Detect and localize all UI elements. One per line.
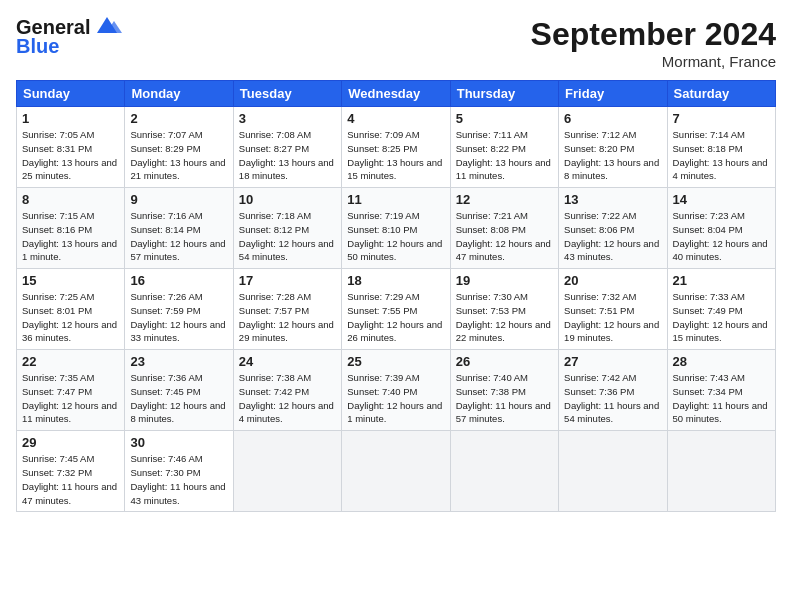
day-number: 13 xyxy=(564,192,661,207)
day-info: Sunrise: 7:22 AMSunset: 8:06 PMDaylight:… xyxy=(564,209,661,264)
day-number: 2 xyxy=(130,111,227,126)
day-info: Sunrise: 7:23 AMSunset: 8:04 PMDaylight:… xyxy=(673,209,770,264)
day-info: Sunrise: 7:35 AMSunset: 7:47 PMDaylight:… xyxy=(22,371,119,426)
calendar-header-row: SundayMondayTuesdayWednesdayThursdayFrid… xyxy=(17,81,776,107)
day-number: 12 xyxy=(456,192,553,207)
day-number: 15 xyxy=(22,273,119,288)
day-info: Sunrise: 7:05 AMSunset: 8:31 PMDaylight:… xyxy=(22,128,119,183)
day-info: Sunrise: 7:25 AMSunset: 8:01 PMDaylight:… xyxy=(22,290,119,345)
calendar-cell: 28Sunrise: 7:43 AMSunset: 7:34 PMDayligh… xyxy=(667,350,775,431)
calendar-cell: 9Sunrise: 7:16 AMSunset: 8:14 PMDaylight… xyxy=(125,188,233,269)
day-number: 7 xyxy=(673,111,770,126)
calendar-table: SundayMondayTuesdayWednesdayThursdayFrid… xyxy=(16,80,776,512)
calendar-cell: 15Sunrise: 7:25 AMSunset: 8:01 PMDayligh… xyxy=(17,269,125,350)
day-info: Sunrise: 7:18 AMSunset: 8:12 PMDaylight:… xyxy=(239,209,336,264)
day-number: 4 xyxy=(347,111,444,126)
calendar-cell: 27Sunrise: 7:42 AMSunset: 7:36 PMDayligh… xyxy=(559,350,667,431)
calendar-header-friday: Friday xyxy=(559,81,667,107)
calendar-cell: 26Sunrise: 7:40 AMSunset: 7:38 PMDayligh… xyxy=(450,350,558,431)
calendar-cell: 17Sunrise: 7:28 AMSunset: 7:57 PMDayligh… xyxy=(233,269,341,350)
day-number: 16 xyxy=(130,273,227,288)
day-number: 17 xyxy=(239,273,336,288)
calendar-cell: 10Sunrise: 7:18 AMSunset: 8:12 PMDayligh… xyxy=(233,188,341,269)
calendar-header-saturday: Saturday xyxy=(667,81,775,107)
day-info: Sunrise: 7:28 AMSunset: 7:57 PMDaylight:… xyxy=(239,290,336,345)
calendar-header-tuesday: Tuesday xyxy=(233,81,341,107)
day-info: Sunrise: 7:11 AMSunset: 8:22 PMDaylight:… xyxy=(456,128,553,183)
day-info: Sunrise: 7:40 AMSunset: 7:38 PMDaylight:… xyxy=(456,371,553,426)
day-number: 10 xyxy=(239,192,336,207)
title-block: September 2024 Mormant, France xyxy=(531,16,776,70)
calendar-cell: 24Sunrise: 7:38 AMSunset: 7:42 PMDayligh… xyxy=(233,350,341,431)
day-info: Sunrise: 7:26 AMSunset: 7:59 PMDaylight:… xyxy=(130,290,227,345)
day-number: 19 xyxy=(456,273,553,288)
day-number: 18 xyxy=(347,273,444,288)
day-info: Sunrise: 7:39 AMSunset: 7:40 PMDaylight:… xyxy=(347,371,444,426)
day-info: Sunrise: 7:32 AMSunset: 7:51 PMDaylight:… xyxy=(564,290,661,345)
calendar-cell: 16Sunrise: 7:26 AMSunset: 7:59 PMDayligh… xyxy=(125,269,233,350)
day-number: 21 xyxy=(673,273,770,288)
day-number: 1 xyxy=(22,111,119,126)
day-number: 14 xyxy=(673,192,770,207)
logo-icon xyxy=(92,15,122,37)
day-info: Sunrise: 7:15 AMSunset: 8:16 PMDaylight:… xyxy=(22,209,119,264)
day-info: Sunrise: 7:16 AMSunset: 8:14 PMDaylight:… xyxy=(130,209,227,264)
month-title: September 2024 xyxy=(531,16,776,53)
day-number: 9 xyxy=(130,192,227,207)
day-number: 8 xyxy=(22,192,119,207)
calendar-cell: 13Sunrise: 7:22 AMSunset: 8:06 PMDayligh… xyxy=(559,188,667,269)
calendar-cell: 18Sunrise: 7:29 AMSunset: 7:55 PMDayligh… xyxy=(342,269,450,350)
day-number: 3 xyxy=(239,111,336,126)
calendar-cell xyxy=(342,431,450,512)
day-info: Sunrise: 7:45 AMSunset: 7:32 PMDaylight:… xyxy=(22,452,119,507)
day-info: Sunrise: 7:07 AMSunset: 8:29 PMDaylight:… xyxy=(130,128,227,183)
day-info: Sunrise: 7:33 AMSunset: 7:49 PMDaylight:… xyxy=(673,290,770,345)
day-number: 26 xyxy=(456,354,553,369)
calendar-header-sunday: Sunday xyxy=(17,81,125,107)
day-info: Sunrise: 7:29 AMSunset: 7:55 PMDaylight:… xyxy=(347,290,444,345)
day-number: 22 xyxy=(22,354,119,369)
page: General Blue September 2024 Mormant, Fra… xyxy=(0,0,792,612)
day-info: Sunrise: 7:09 AMSunset: 8:25 PMDaylight:… xyxy=(347,128,444,183)
calendar-cell: 6Sunrise: 7:12 AMSunset: 8:20 PMDaylight… xyxy=(559,107,667,188)
day-number: 25 xyxy=(347,354,444,369)
calendar-cell: 25Sunrise: 7:39 AMSunset: 7:40 PMDayligh… xyxy=(342,350,450,431)
calendar-cell: 20Sunrise: 7:32 AMSunset: 7:51 PMDayligh… xyxy=(559,269,667,350)
calendar-cell: 22Sunrise: 7:35 AMSunset: 7:47 PMDayligh… xyxy=(17,350,125,431)
calendar-cell: 12Sunrise: 7:21 AMSunset: 8:08 PMDayligh… xyxy=(450,188,558,269)
calendar-cell: 7Sunrise: 7:14 AMSunset: 8:18 PMDaylight… xyxy=(667,107,775,188)
calendar-cell: 2Sunrise: 7:07 AMSunset: 8:29 PMDaylight… xyxy=(125,107,233,188)
calendar-cell xyxy=(233,431,341,512)
day-info: Sunrise: 7:21 AMSunset: 8:08 PMDaylight:… xyxy=(456,209,553,264)
calendar-cell: 11Sunrise: 7:19 AMSunset: 8:10 PMDayligh… xyxy=(342,188,450,269)
calendar-cell: 5Sunrise: 7:11 AMSunset: 8:22 PMDaylight… xyxy=(450,107,558,188)
calendar-cell: 4Sunrise: 7:09 AMSunset: 8:25 PMDaylight… xyxy=(342,107,450,188)
calendar-week-row: 29Sunrise: 7:45 AMSunset: 7:32 PMDayligh… xyxy=(17,431,776,512)
calendar-cell: 8Sunrise: 7:15 AMSunset: 8:16 PMDaylight… xyxy=(17,188,125,269)
calendar-cell: 30Sunrise: 7:46 AMSunset: 7:30 PMDayligh… xyxy=(125,431,233,512)
day-number: 20 xyxy=(564,273,661,288)
calendar-cell xyxy=(667,431,775,512)
calendar-header-wednesday: Wednesday xyxy=(342,81,450,107)
day-number: 27 xyxy=(564,354,661,369)
calendar-cell xyxy=(559,431,667,512)
day-number: 11 xyxy=(347,192,444,207)
day-info: Sunrise: 7:19 AMSunset: 8:10 PMDaylight:… xyxy=(347,209,444,264)
calendar-cell xyxy=(450,431,558,512)
calendar-cell: 1Sunrise: 7:05 AMSunset: 8:31 PMDaylight… xyxy=(17,107,125,188)
location: Mormant, France xyxy=(531,53,776,70)
calendar-cell: 14Sunrise: 7:23 AMSunset: 8:04 PMDayligh… xyxy=(667,188,775,269)
calendar-week-row: 22Sunrise: 7:35 AMSunset: 7:47 PMDayligh… xyxy=(17,350,776,431)
calendar-cell: 21Sunrise: 7:33 AMSunset: 7:49 PMDayligh… xyxy=(667,269,775,350)
day-info: Sunrise: 7:30 AMSunset: 7:53 PMDaylight:… xyxy=(456,290,553,345)
calendar-week-row: 1Sunrise: 7:05 AMSunset: 8:31 PMDaylight… xyxy=(17,107,776,188)
header: General Blue September 2024 Mormant, Fra… xyxy=(16,16,776,70)
day-number: 6 xyxy=(564,111,661,126)
calendar-cell: 19Sunrise: 7:30 AMSunset: 7:53 PMDayligh… xyxy=(450,269,558,350)
calendar-cell: 29Sunrise: 7:45 AMSunset: 7:32 PMDayligh… xyxy=(17,431,125,512)
day-number: 23 xyxy=(130,354,227,369)
day-info: Sunrise: 7:36 AMSunset: 7:45 PMDaylight:… xyxy=(130,371,227,426)
day-number: 28 xyxy=(673,354,770,369)
calendar-header-monday: Monday xyxy=(125,81,233,107)
day-number: 5 xyxy=(456,111,553,126)
